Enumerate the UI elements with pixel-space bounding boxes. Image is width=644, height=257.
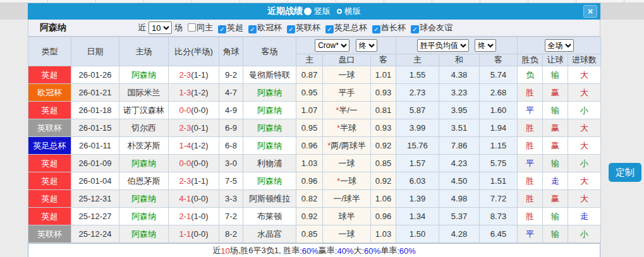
odds-home: 1.03 (296, 155, 323, 172)
close-icon[interactable]: × (583, 5, 597, 18)
avg-lose: 1.51 (480, 172, 518, 190)
odds-home: 0.85 (296, 225, 323, 243)
checkbox-欧冠杯[interactable]: ✓ (248, 25, 257, 33)
corners-cell: 7-5 (219, 172, 243, 190)
summary-segment: :40% (335, 246, 354, 256)
table-row: 英超26-01-04伯恩茅斯2-3(1-1)7-5阿森纳0.96*一球0.926… (28, 172, 601, 190)
table-row: 英超25-12-27阿森纳2-1(1-0)7-2布莱顿0.92球半0.961.3… (28, 208, 601, 225)
sub-header: 胜负 (518, 54, 543, 66)
score-cell: 1-1(0-0) (169, 225, 219, 243)
col-header-date: 日期 (71, 37, 119, 66)
avg-lose: 8.73 (480, 208, 518, 225)
odds-source-select[interactable]: Crow* (315, 39, 349, 52)
result-cell: 平 (518, 225, 543, 243)
result-cell: 胜 (518, 119, 543, 137)
handicap-cell: 平手 (323, 84, 371, 102)
league-badge: 英超 (28, 66, 71, 84)
odds-away: 0.81 (371, 102, 396, 119)
handicap-cell: 一/球半 (323, 190, 371, 208)
avg-lose: 6.45 (480, 225, 518, 243)
odds-away: 1.01 (371, 66, 396, 84)
handicap-result-cell: 赢 (543, 84, 568, 102)
avg-draw: 7.86 (439, 137, 480, 155)
odds-home: 1.07 (296, 102, 323, 119)
match-date: 26-01-11 (71, 137, 119, 155)
near-label: 近 (138, 22, 146, 33)
radio-vertical-layout[interactable] (304, 8, 312, 15)
corners-cell: 7-2 (219, 208, 243, 225)
summary-segment: 10 (221, 246, 229, 256)
checkbox-label[interactable]: 英联杯 (296, 23, 320, 32)
avg-draw: 4.28 (439, 225, 480, 243)
checkbox-同主[interactable] (188, 23, 196, 32)
fulltime-score: 2-3 (179, 123, 191, 133)
league-badge: 欧冠杯 (28, 84, 71, 102)
team-name: 阿森纳 (28, 22, 66, 33)
col-header-corners: 角球 (219, 37, 243, 66)
league-badge: 英超 (28, 172, 71, 190)
handicap-cell: *两/两球半 (323, 137, 371, 155)
home-team: 阿森纳 (119, 155, 169, 172)
table-row: 欧冠杯26-01-21国际米兰1-3(1-2)4-7阿森纳0.95平手0.932… (28, 84, 601, 102)
checkbox-英联杯[interactable]: ✓ (287, 25, 295, 33)
table-body: 英超26-01-26阿森纳2-3(1-1)9-2曼彻斯特联0.87一球1.011… (28, 66, 601, 243)
fulltime-score: 4-1 (179, 194, 191, 203)
goals-result-cell: 小 (568, 225, 601, 243)
league-badge: 英超 (28, 155, 71, 172)
checkbox-label[interactable]: 英超 (227, 23, 243, 32)
league-badge: 英超 (28, 102, 71, 119)
checkbox-英超[interactable]: ✓ (218, 25, 226, 33)
avg-state-select[interactable]: 终 (475, 39, 496, 52)
checkbox-球会友谊[interactable]: ✓ (411, 25, 419, 33)
avg-source-select[interactable]: 胜平负均值 (417, 39, 469, 52)
customize-button[interactable]: 定制 (609, 163, 641, 182)
checkbox-label[interactable]: 球会友谊 (420, 23, 453, 32)
avg-win: 1.39 (396, 190, 439, 208)
handicap-text: 半球 (340, 123, 356, 133)
match-date: 25-12-24 (71, 225, 119, 243)
odds-home: 0.87 (296, 66, 323, 84)
handicap-text: 半/一 (339, 105, 358, 115)
away-team: 水晶宫 (243, 225, 296, 243)
goals-result-cell: 大 (568, 172, 601, 190)
score-cell: 1-3(1-2) (169, 84, 219, 102)
radio-vertical-label[interactable]: 竖版 (314, 6, 331, 17)
avg-draw: 3.95 (439, 102, 480, 119)
halftime-score: (0-1) (191, 123, 208, 133)
scope-select[interactable]: 全场 (545, 39, 574, 52)
checkbox-label[interactable]: 欧冠杯 (257, 23, 282, 32)
dialog-title: 近期战绩 (267, 6, 303, 17)
odds-away: 1.03 (371, 225, 396, 243)
home-team: 诺丁汉森林 (119, 102, 169, 119)
table-row: 英超26-01-26阿森纳2-3(1-1)9-2曼彻斯特联0.87一球1.011… (28, 66, 601, 84)
dialog-titlebar: 近期战绩 竖版 横版 × (28, 3, 600, 20)
checkbox-label[interactable]: 同主 (197, 23, 213, 32)
col-header-away: 客场 (243, 37, 296, 66)
checkbox-label[interactable]: 酋长杯 (381, 23, 406, 32)
col-header-type: 类型 (28, 37, 71, 66)
odds-group-header: Crow* 终 (296, 37, 396, 54)
home-team: 国际米兰 (119, 84, 169, 102)
goals-result-cell: 走 (568, 208, 601, 225)
goals-result-cell: 小 (568, 102, 601, 119)
halftime-score: (0-0) (191, 229, 208, 239)
scope-group-header: 全场 (518, 37, 601, 54)
league-badge: 英联杯 (28, 119, 71, 137)
radio-horizontal-layout[interactable] (337, 9, 342, 14)
radio-horizontal-label[interactable]: 横版 (344, 6, 361, 17)
handicap-text: 两/两球半 (331, 141, 366, 150)
home-team: 阿森纳 (119, 190, 169, 208)
odds-home: 0.96 (296, 137, 323, 155)
checkbox-英足总杯[interactable]: ✓ (325, 25, 334, 33)
avg-lose: 1.60 (480, 102, 518, 119)
avg-lose: 2.68 (480, 84, 518, 102)
away-team: 阿森纳 (243, 137, 296, 155)
checkbox-label[interactable]: 英足总杯 (334, 23, 367, 32)
summary-segment: 场,胜6平3负1, 胜率 (230, 245, 300, 256)
odds-away: 0.85 (371, 155, 396, 172)
checkbox-酋长杯[interactable]: ✓ (372, 25, 380, 33)
match-count-select[interactable]: 10 (149, 21, 172, 34)
sub-header: 和 (439, 54, 480, 66)
odds-state-select[interactable]: 终 (356, 39, 377, 52)
filter-bar: 阿森纳 近 10 场 同主✓英超✓欧冠杯✓英联杯✓英足总杯✓酋长杯✓球会友谊 (28, 20, 600, 37)
